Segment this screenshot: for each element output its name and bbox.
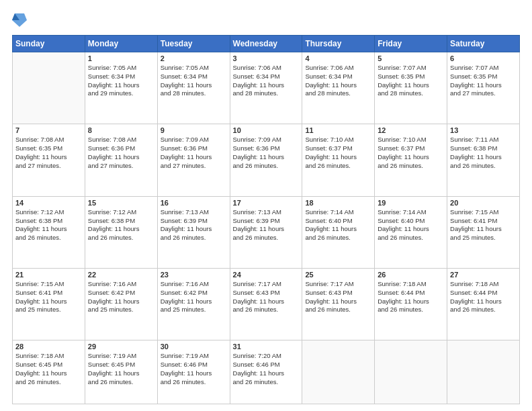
- calendar-week-row: 21Sunrise: 7:15 AM Sunset: 6:41 PM Dayli…: [13, 269, 520, 340]
- cell-content: Sunrise: 7:20 AM Sunset: 6:46 PM Dayligh…: [233, 352, 300, 386]
- day-number: 30: [161, 342, 227, 351]
- calendar-cell: 13Sunrise: 7:11 AM Sunset: 6:38 PM Dayli…: [447, 124, 520, 196]
- cell-content: Sunrise: 7:15 AM Sunset: 6:41 PM Dayligh…: [450, 208, 517, 242]
- calendar-cell: 24Sunrise: 7:17 AM Sunset: 6:43 PM Dayli…: [230, 269, 302, 340]
- day-number: 18: [305, 199, 371, 207]
- cell-content: Sunrise: 7:05 AM Sunset: 6:34 PM Dayligh…: [88, 64, 154, 98]
- day-number: 29: [88, 342, 154, 351]
- day-number: 21: [15, 271, 82, 279]
- calendar-cell: 7Sunrise: 7:08 AM Sunset: 6:35 PM Daylig…: [13, 124, 85, 196]
- day-number: 24: [233, 271, 300, 279]
- day-number: 14: [15, 199, 82, 207]
- day-number: 13: [450, 126, 517, 134]
- calendar-cell: 17Sunrise: 7:13 AM Sunset: 6:39 PM Dayli…: [230, 196, 302, 268]
- calendar-cell: [302, 340, 375, 404]
- calendar-cell: 15Sunrise: 7:12 AM Sunset: 6:38 PM Dayli…: [85, 196, 157, 268]
- day-number: 28: [15, 342, 82, 351]
- day-number: 7: [15, 126, 82, 134]
- cell-content: Sunrise: 7:09 AM Sunset: 6:36 PM Dayligh…: [161, 136, 227, 170]
- cell-content: Sunrise: 7:15 AM Sunset: 6:41 PM Dayligh…: [15, 280, 82, 314]
- calendar-cell: 29Sunrise: 7:19 AM Sunset: 6:45 PM Dayli…: [85, 340, 157, 404]
- cell-content: Sunrise: 7:14 AM Sunset: 6:40 PM Dayligh…: [305, 208, 371, 242]
- cell-content: Sunrise: 7:14 AM Sunset: 6:40 PM Dayligh…: [378, 208, 444, 242]
- calendar-cell: 1Sunrise: 7:05 AM Sunset: 6:34 PM Daylig…: [85, 52, 157, 124]
- day-number: 9: [161, 126, 227, 134]
- calendar-cell: 16Sunrise: 7:13 AM Sunset: 6:39 PM Dayli…: [157, 196, 230, 268]
- day-number: 16: [161, 199, 227, 207]
- weekday-header: Saturday: [447, 36, 520, 52]
- day-number: 8: [88, 126, 154, 134]
- calendar-cell: 25Sunrise: 7:17 AM Sunset: 6:43 PM Dayli…: [302, 269, 375, 340]
- weekday-header: Monday: [85, 36, 157, 52]
- cell-content: Sunrise: 7:09 AM Sunset: 6:36 PM Dayligh…: [233, 136, 300, 170]
- cell-content: Sunrise: 7:07 AM Sunset: 6:35 PM Dayligh…: [378, 64, 444, 98]
- calendar-week-row: 14Sunrise: 7:12 AM Sunset: 6:38 PM Dayli…: [13, 196, 520, 268]
- cell-content: Sunrise: 7:13 AM Sunset: 6:39 PM Dayligh…: [161, 208, 227, 242]
- weekday-header: Wednesday: [230, 36, 302, 52]
- cell-content: Sunrise: 7:12 AM Sunset: 6:38 PM Dayligh…: [15, 208, 82, 242]
- day-number: 27: [450, 271, 517, 279]
- cell-content: Sunrise: 7:11 AM Sunset: 6:38 PM Dayligh…: [450, 136, 517, 170]
- day-number: 17: [233, 199, 300, 207]
- header: [12, 12, 520, 28]
- calendar-cell: [13, 52, 85, 124]
- cell-content: Sunrise: 7:08 AM Sunset: 6:36 PM Dayligh…: [88, 136, 154, 170]
- day-number: 23: [161, 271, 227, 279]
- calendar-cell: [447, 340, 520, 404]
- weekday-header: Sunday: [13, 36, 85, 52]
- day-number: 4: [305, 54, 371, 62]
- cell-content: Sunrise: 7:13 AM Sunset: 6:39 PM Dayligh…: [233, 208, 300, 242]
- weekday-header: Tuesday: [157, 36, 230, 52]
- day-number: 25: [305, 271, 371, 279]
- logo: [12, 12, 27, 28]
- calendar-cell: 27Sunrise: 7:18 AM Sunset: 6:44 PM Dayli…: [447, 269, 520, 340]
- calendar-cell: 22Sunrise: 7:16 AM Sunset: 6:42 PM Dayli…: [85, 269, 157, 340]
- weekday-header: Friday: [375, 36, 447, 52]
- calendar-week-row: 28Sunrise: 7:18 AM Sunset: 6:45 PM Dayli…: [13, 340, 520, 404]
- calendar-cell: 3Sunrise: 7:06 AM Sunset: 6:34 PM Daylig…: [230, 52, 302, 124]
- calendar-cell: 21Sunrise: 7:15 AM Sunset: 6:41 PM Dayli…: [13, 269, 85, 340]
- day-number: 22: [88, 271, 154, 279]
- cell-content: Sunrise: 7:16 AM Sunset: 6:42 PM Dayligh…: [161, 280, 227, 314]
- calendar-cell: 11Sunrise: 7:10 AM Sunset: 6:37 PM Dayli…: [302, 124, 375, 196]
- day-number: 19: [378, 199, 444, 207]
- cell-content: Sunrise: 7:10 AM Sunset: 6:37 PM Dayligh…: [378, 136, 444, 170]
- calendar-cell: 8Sunrise: 7:08 AM Sunset: 6:36 PM Daylig…: [85, 124, 157, 196]
- calendar-cell: 20Sunrise: 7:15 AM Sunset: 6:41 PM Dayli…: [447, 196, 520, 268]
- day-number: 20: [450, 199, 517, 207]
- calendar-cell: 31Sunrise: 7:20 AM Sunset: 6:46 PM Dayli…: [230, 340, 302, 404]
- day-number: 1: [88, 54, 154, 62]
- calendar-cell: 19Sunrise: 7:14 AM Sunset: 6:40 PM Dayli…: [375, 196, 447, 268]
- day-number: 15: [88, 199, 154, 207]
- day-number: 26: [378, 271, 444, 279]
- calendar-cell: 5Sunrise: 7:07 AM Sunset: 6:35 PM Daylig…: [375, 52, 447, 124]
- cell-content: Sunrise: 7:06 AM Sunset: 6:34 PM Dayligh…: [305, 64, 371, 98]
- day-number: 6: [450, 54, 517, 62]
- calendar-cell: 10Sunrise: 7:09 AM Sunset: 6:36 PM Dayli…: [230, 124, 302, 196]
- calendar-cell: 26Sunrise: 7:18 AM Sunset: 6:44 PM Dayli…: [375, 269, 447, 340]
- cell-content: Sunrise: 7:19 AM Sunset: 6:45 PM Dayligh…: [88, 352, 154, 386]
- calendar-cell: 28Sunrise: 7:18 AM Sunset: 6:45 PM Dayli…: [13, 340, 85, 404]
- day-number: 2: [161, 54, 227, 62]
- cell-content: Sunrise: 7:10 AM Sunset: 6:37 PM Dayligh…: [305, 136, 371, 170]
- cell-content: Sunrise: 7:06 AM Sunset: 6:34 PM Dayligh…: [233, 64, 300, 98]
- day-number: 3: [233, 54, 300, 62]
- page: SundayMondayTuesdayWednesdayThursdayFrid…: [0, 0, 532, 411]
- calendar-cell: 23Sunrise: 7:16 AM Sunset: 6:42 PM Dayli…: [157, 269, 230, 340]
- cell-content: Sunrise: 7:17 AM Sunset: 6:43 PM Dayligh…: [305, 280, 371, 314]
- cell-content: Sunrise: 7:05 AM Sunset: 6:34 PM Dayligh…: [161, 64, 227, 98]
- day-number: 31: [233, 342, 300, 351]
- calendar-cell: 18Sunrise: 7:14 AM Sunset: 6:40 PM Dayli…: [302, 196, 375, 268]
- calendar-cell: 6Sunrise: 7:07 AM Sunset: 6:35 PM Daylig…: [447, 52, 520, 124]
- day-number: 10: [233, 126, 300, 134]
- cell-content: Sunrise: 7:07 AM Sunset: 6:35 PM Dayligh…: [450, 64, 517, 98]
- calendar-week-row: 7Sunrise: 7:08 AM Sunset: 6:35 PM Daylig…: [13, 124, 520, 196]
- day-number: 12: [378, 126, 444, 134]
- day-number: 5: [378, 54, 444, 62]
- calendar-cell: 14Sunrise: 7:12 AM Sunset: 6:38 PM Dayli…: [13, 196, 85, 268]
- cell-content: Sunrise: 7:08 AM Sunset: 6:35 PM Dayligh…: [15, 136, 82, 170]
- cell-content: Sunrise: 7:18 AM Sunset: 6:45 PM Dayligh…: [15, 352, 82, 386]
- cell-content: Sunrise: 7:17 AM Sunset: 6:43 PM Dayligh…: [233, 280, 300, 314]
- day-number: 11: [305, 126, 371, 134]
- cell-content: Sunrise: 7:19 AM Sunset: 6:46 PM Dayligh…: [161, 352, 227, 386]
